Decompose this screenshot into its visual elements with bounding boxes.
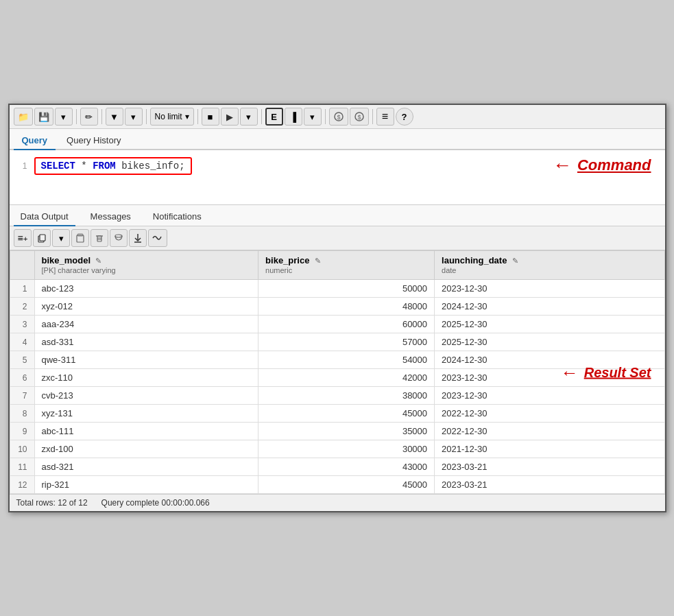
chart-button[interactable]: ▐ (285, 108, 302, 126)
sql-statement[interactable]: SELECT * FROM bikes_info; (34, 157, 192, 175)
launching-date-cell: 2023-12-30 (435, 280, 664, 298)
toolbar-separator-7 (372, 109, 373, 124)
bike-price-cell: 43000 (258, 458, 435, 476)
launching-date-cell: 2023-12-30 (435, 369, 664, 387)
rows-info: Total rows: 12 of 12 (16, 498, 88, 508)
launching-date-cell: 2023-03-21 (435, 476, 664, 494)
table-row: 5qwe-311540002024-12-30 (10, 351, 664, 369)
col-type-launching-date: date (442, 266, 456, 274)
svg-rect-7 (77, 235, 84, 242)
edit-icon-launching-date[interactable]: ✎ (512, 257, 518, 265)
row-number-cell: 3 (10, 316, 34, 333)
keyword-from: FROM (93, 161, 116, 171)
row-number-cell: 7 (10, 387, 34, 405)
copy-button[interactable] (33, 229, 51, 247)
sql-editor[interactable]: 1 SELECT * FROM bikes_info; ← Command (10, 150, 665, 205)
play-dropdown-button[interactable]: ▾ (240, 108, 258, 126)
bike-model-cell: zxd-100 (34, 440, 258, 458)
tab-messages[interactable]: Messages (84, 208, 138, 226)
table-body: 1abc-123500002023-12-302xyz-012480002024… (10, 280, 664, 494)
table-row: 11asd-321430002023-03-21 (10, 458, 664, 476)
bike-price-cell: 45000 (258, 405, 435, 423)
command-arrow: ← (553, 156, 572, 175)
table-header-row: bike_model ✎ [PK] character varying bike… (10, 251, 664, 280)
bike-model-cell: xyz-131 (34, 405, 258, 423)
filter-button[interactable]: ▼ (106, 108, 123, 126)
bike-price-cell: 48000 (258, 298, 435, 316)
col-header-bike-model: bike_model ✎ [PK] character varying (34, 251, 258, 280)
help-button[interactable]: ? (396, 108, 413, 126)
play-button[interactable]: ▶ (221, 108, 239, 126)
sql-star: * (81, 161, 93, 171)
table-row: 1abc-123500002023-12-30 (10, 280, 664, 298)
edit-icon-bike-model[interactable]: ✎ (95, 257, 101, 265)
data-table: bike_model ✎ [PK] character varying bike… (10, 250, 665, 494)
coin2-button[interactable]: $ (350, 108, 369, 126)
launching-date-cell: 2025-12-30 (435, 316, 664, 333)
row-number-cell: 2 (10, 298, 34, 316)
open-folder-button[interactable]: 📁 (14, 108, 33, 126)
bike-price-cell: 45000 (258, 476, 435, 494)
keyword-select: SELECT (41, 161, 75, 171)
no-limit-dropdown[interactable]: No limit ▾ (150, 108, 194, 126)
download-button[interactable] (129, 229, 147, 247)
tab-data-output[interactable]: Data Output (14, 208, 75, 226)
table-row: 6zxc-110420002023-12-30 (10, 369, 664, 387)
row-number-cell: 9 (10, 423, 34, 440)
toolbar-separator-5 (261, 109, 262, 124)
query-tabs-bar: Query Query History (10, 129, 665, 150)
bike-model-cell: abc-111 (34, 423, 258, 440)
sql-table-name: bikes_info; (121, 161, 184, 171)
bike-model-cell: aaa-234 (34, 316, 258, 333)
coin1-button[interactable]: $ (329, 108, 348, 126)
delete-button[interactable] (91, 229, 108, 247)
bike-model-cell: zxc-110 (34, 369, 258, 387)
table-row: 2xyz-012480002024-12-30 (10, 298, 664, 316)
filter-dropdown-button[interactable]: ▾ (125, 108, 143, 126)
bike-price-cell: 42000 (258, 369, 435, 387)
row-number-cell: 5 (10, 351, 34, 369)
tab-query[interactable]: Query (14, 132, 56, 150)
result-toolbar: ≡+ ▾ (10, 226, 665, 250)
launching-date-cell: 2023-12-30 (435, 387, 664, 405)
svg-text:$: $ (357, 114, 361, 121)
bike-price-cell: 60000 (258, 316, 435, 333)
svg-text:$: $ (337, 114, 340, 121)
query-info: Query complete 00:00:00.066 (101, 498, 210, 508)
launching-date-cell: 2024-12-30 (435, 351, 664, 369)
save-dropdown-button[interactable]: ▾ (55, 108, 73, 126)
pencil-button[interactable]: ✏ (80, 108, 98, 126)
chart-dropdown-button[interactable]: ▾ (304, 108, 322, 126)
bike-price-cell: 38000 (258, 387, 435, 405)
launching-date-cell: 2021-12-30 (435, 440, 664, 458)
col-type-bike-model: [PK] character varying (42, 266, 116, 274)
row-number-cell: 6 (10, 369, 34, 387)
add-row-button[interactable]: ≡+ (14, 229, 32, 247)
paste-button[interactable] (71, 229, 89, 247)
main-window: 📁 💾 ▾ ✏ ▼ ▾ No limit ▾ ■ ▶ ▾ E ▐ ▾ $ $ ≡… (8, 104, 666, 512)
table-row: 9abc-111350002022-12-30 (10, 423, 664, 440)
no-limit-caret: ▾ (185, 112, 189, 121)
bike-model-cell: xyz-012 (34, 298, 258, 316)
graph-button[interactable] (148, 229, 167, 247)
toolbar-separator-4 (197, 109, 198, 124)
explain-button[interactable]: E (265, 108, 283, 126)
toolbar-separator-1 (76, 109, 77, 124)
bike-model-cell: asd-321 (34, 458, 258, 476)
launching-date-cell: 2022-12-30 (435, 423, 664, 440)
command-annotation: ← Command (553, 156, 651, 175)
db-save-button[interactable] (110, 229, 128, 247)
save-button[interactable]: 💾 (34, 108, 53, 126)
col-name-launching-date: launching_date (442, 255, 507, 265)
menu-list-button[interactable]: ≡ (376, 108, 394, 126)
tab-query-history[interactable]: Query History (58, 132, 129, 150)
result-table-container: bike_model ✎ [PK] character varying bike… (10, 250, 665, 494)
copy-dropdown-button[interactable]: ▾ (52, 229, 70, 247)
edit-icon-bike-price[interactable]: ✎ (315, 257, 321, 265)
tab-notifications[interactable]: Notifications (146, 208, 208, 226)
no-limit-label: No limit (155, 112, 182, 121)
bike-model-cell: asd-331 (34, 333, 258, 351)
stop-button[interactable]: ■ (202, 108, 219, 126)
row-number-cell: 11 (10, 458, 34, 476)
col-header-launching-date: launching_date ✎ date (435, 251, 664, 280)
